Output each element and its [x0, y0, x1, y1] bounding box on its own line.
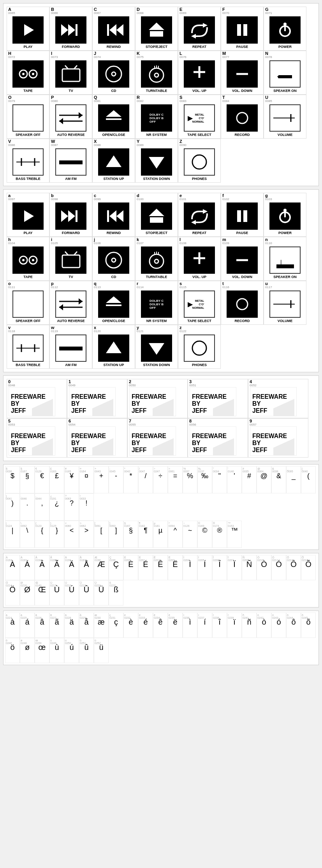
svg-point-69	[283, 209, 287, 212]
rewind-label: REWIND	[107, 45, 121, 49]
basstreble-label: BASS TREBLE	[16, 177, 40, 181]
svg-point-73	[32, 259, 34, 261]
svg-rect-50	[59, 160, 83, 164]
spec-equals: =0061=	[168, 466, 183, 493]
svg-point-23	[106, 66, 121, 82]
special-grid-1: $0036$ §0167§ €0128€ £0163£ ¥0165¥ ¤0164…	[5, 466, 317, 521]
accented-lower-grid: à0224à á0225á â0226â ã0227ã ä0228ä å0229…	[5, 613, 317, 663]
speakeroff-label-lc: SPEAKER OFF	[16, 319, 40, 323]
spec-euro: €0128€	[35, 466, 49, 493]
svg-text:BY: BY	[71, 440, 80, 446]
stationdown-label: STATION DOWN	[143, 177, 170, 181]
num-cell-8: 8 0056 FREEWARE BY JEFF	[188, 418, 248, 458]
acc-o-circ: ô0244ô	[286, 613, 301, 638]
lowercase-row-3: o 0111 SPEAKER OFF p 0112 AUTO REVERSE	[7, 281, 315, 325]
lowercase-row-1: a 0097 PLAY b 0098 FORWARD c 0099	[7, 193, 315, 237]
svg-text:FREEWARE: FREEWARE	[71, 393, 106, 400]
volume-icon-box	[269, 104, 301, 132]
spec-lt: <0060<	[64, 521, 79, 548]
repeat-icon	[189, 21, 210, 39]
svg-marker-145	[273, 438, 294, 455]
phones-icon	[190, 152, 209, 172]
spec-caret: ^0094^	[168, 521, 183, 548]
svg-marker-1	[61, 24, 68, 36]
autoreverse-icon	[57, 107, 84, 129]
cell-g: g 0103 POWER	[264, 193, 306, 237]
svg-point-26	[155, 73, 158, 77]
svg-marker-113	[92, 399, 113, 416]
freeware-img-svg: FREEWARE BY JEFF	[9, 387, 55, 416]
acc-oe: œ0156œ	[35, 638, 49, 663]
power-icon-box	[269, 16, 301, 44]
spec-minus: -0045-	[109, 466, 123, 493]
forward-icon-box	[55, 16, 86, 44]
lowercase-row-2: h 0104 TAPE i 0105	[7, 237, 315, 281]
phones-icon-box	[184, 148, 215, 176]
spec-slash: /0047/	[138, 466, 153, 493]
svg-marker-103	[106, 342, 121, 353]
cell-k: k 0107 TURNTABLE	[135, 237, 178, 281]
spec-lbracket: [0091[	[94, 521, 109, 548]
tape-label-lc: TAPE	[23, 275, 32, 279]
spec-copyright: ©0169©	[197, 521, 212, 548]
special-section-1: $0036$ §0167§ €0128€ £0163£ ¥0165¥ ¤0164…	[3, 464, 319, 550]
freeware-8: FREEWARE BY JEFF	[190, 426, 236, 456]
cell-D: D 0068 STOP/EJECT	[135, 7, 178, 51]
cell-S: S 0083 ▶ METAL C'O' NORMAL TAPE SELECT	[178, 95, 221, 139]
cell-J: J 0074 CD	[92, 51, 135, 95]
svg-marker-63	[203, 209, 208, 214]
accented-lower-section: à0224à á0225á â0226â ã0227ã ä0228ä å0229…	[3, 611, 319, 665]
spec-trademark: ™0153™	[227, 521, 242, 548]
svg-rect-6	[107, 24, 109, 36]
svg-text:JEFF: JEFF	[192, 407, 207, 414]
cell-h: h 0104 TAPE	[7, 237, 49, 281]
tv-icon	[60, 64, 82, 84]
phones-label-lc: PHONES	[192, 363, 207, 367]
acc-c-cedil: ç0231ç	[109, 613, 123, 638]
repeat-icon-lc	[189, 208, 210, 225]
svg-rect-33	[278, 75, 292, 78]
freeware-7-svg: FREEWARE BY JEFF	[130, 426, 176, 456]
acc-A-ring: Å0197Å	[79, 555, 94, 580]
svg-marker-58	[116, 210, 123, 222]
spec-comma: ,0044,	[35, 493, 49, 521]
volup-label: VOL. UP	[192, 89, 206, 93]
tape-label: TAPE	[23, 89, 32, 93]
acc-e-grave: è0232è	[123, 613, 138, 638]
cell-H: H 0072 TAPE	[7, 51, 49, 95]
spec-backslash: \0092\	[20, 521, 35, 548]
svg-marker-93	[59, 304, 63, 310]
cell-U: U 0085 VOLUME	[264, 95, 306, 139]
volup-icon-box	[184, 60, 215, 88]
turntable-icon-lc	[147, 250, 166, 270]
voldown-icon	[232, 64, 252, 84]
turntable-label-lc: TURNTABLE	[146, 275, 167, 279]
play-label-lc: PLAY	[23, 231, 32, 235]
play-icon-box-lc	[12, 202, 44, 230]
cell-A: A 0065 PLAY	[7, 7, 49, 51]
numbers-row-2: 5 0053 FREEWARE BY JEFF 6 0054 FREEWARE …	[7, 418, 315, 458]
stationdown-label-lc: STATION DOWN	[143, 363, 170, 367]
svg-marker-54	[24, 210, 34, 222]
freeware-4: FREEWARE BY JEFF	[250, 387, 297, 416]
spec-invques: ¿0191¿	[49, 493, 64, 521]
svg-rect-37	[18, 108, 38, 128]
phones-icon-lc	[190, 338, 209, 358]
stationup-icon-box-lc	[98, 335, 129, 362]
voldown-icon-lc	[232, 250, 252, 270]
svg-marker-7	[149, 23, 164, 30]
pause-label: PAUSE	[236, 45, 248, 49]
svg-text:FREEWARE: FREEWARE	[132, 393, 166, 400]
svg-text:▼: ▼	[276, 75, 280, 79]
svg-rect-57	[76, 210, 77, 222]
voldown-label-lc: VOL. DOWN	[232, 275, 252, 279]
svg-text:JEFF: JEFF	[132, 447, 147, 453]
record-icon	[234, 110, 250, 126]
acc-ae: æ0230æ	[94, 613, 109, 638]
stationup-icon	[104, 152, 123, 172]
freeware-6-svg: FREEWARE BY JEFF	[69, 426, 115, 456]
cell-X: X 0088 STATION UP	[92, 139, 135, 183]
speakeron-icon: ▼	[274, 63, 296, 85]
volup-label-lc: VOL. UP	[192, 275, 206, 279]
acc-OE: Œ0140Œ	[35, 580, 49, 606]
